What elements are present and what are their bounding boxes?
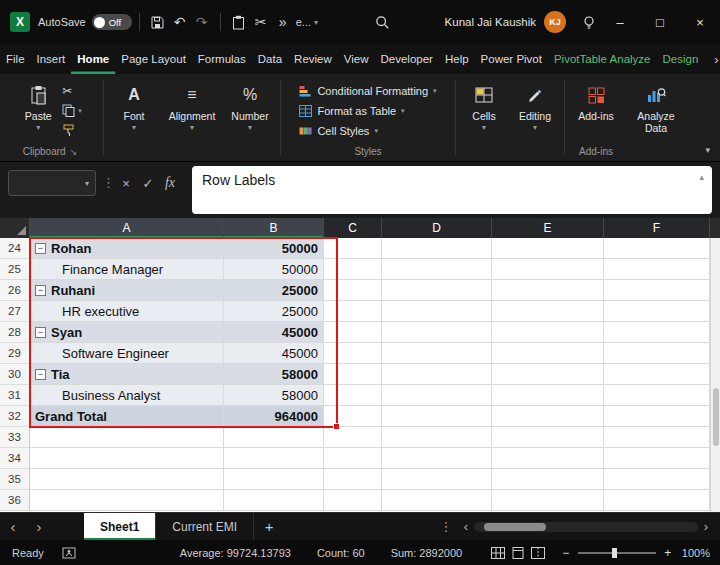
row-header-27[interactable]: 27 — [0, 301, 30, 322]
cell-b29[interactable]: 45000 — [224, 343, 324, 364]
cell-c27[interactable] — [324, 301, 382, 322]
collapse-icon[interactable]: − — [35, 369, 46, 380]
cell-d32[interactable] — [382, 406, 492, 427]
cell-f31[interactable] — [604, 385, 710, 406]
format-painter-button[interactable] — [62, 122, 82, 139]
cell-d35[interactable] — [382, 469, 492, 490]
cell-f25[interactable] — [604, 259, 710, 280]
cell-e25[interactable] — [492, 259, 604, 280]
cell-b28[interactable]: 45000 — [224, 322, 324, 343]
scroll-left-icon[interactable]: ‹ — [458, 519, 474, 534]
cell-c35[interactable] — [324, 469, 382, 490]
cell-a24[interactable]: −Rohan — [30, 238, 224, 259]
column-header-e[interactable]: E — [492, 218, 604, 238]
column-header-a[interactable]: A — [30, 218, 224, 238]
zoom-slider[interactable] — [578, 552, 656, 554]
cell-a36[interactable] — [30, 490, 224, 511]
menu-tab-view[interactable]: View — [338, 44, 375, 74]
cell-b33[interactable] — [224, 427, 324, 448]
cell-e30[interactable] — [492, 364, 604, 385]
row-header-32[interactable]: 32 — [0, 406, 30, 427]
cell-f32[interactable] — [604, 406, 710, 427]
row-header-33[interactable]: 33 — [0, 427, 30, 448]
add-sheet-icon[interactable]: + — [254, 513, 284, 540]
cell-f35[interactable] — [604, 469, 710, 490]
cell-e32[interactable] — [492, 406, 604, 427]
row-header-31[interactable]: 31 — [0, 385, 30, 406]
menu-tab-design[interactable]: Design — [657, 44, 705, 74]
cell-b34[interactable] — [224, 448, 324, 469]
menu-tab-data[interactable]: Data — [252, 44, 288, 74]
column-header-f[interactable]: F — [604, 218, 710, 238]
insert-function-button[interactable]: fx — [160, 172, 180, 194]
cell-c34[interactable] — [324, 448, 382, 469]
user-name[interactable]: Kunal Jai Kaushik — [445, 16, 536, 28]
format-as-table-button[interactable]: Format as Table ▾ — [299, 102, 404, 119]
cell-a29[interactable]: Software Engineer — [30, 343, 224, 364]
minimize-button[interactable]: – — [600, 0, 640, 44]
collapse-ribbon-icon[interactable]: ▾ — [705, 145, 710, 155]
cell-f33[interactable] — [604, 427, 710, 448]
cell-d33[interactable] — [382, 427, 492, 448]
more-tabs-icon[interactable]: › — [704, 44, 720, 74]
more-commands-icon[interactable]: » — [272, 8, 294, 36]
analyze-data-button[interactable]: Analyze Data — [625, 80, 687, 134]
collapse-icon[interactable]: − — [35, 327, 46, 338]
page-layout-view-icon[interactable] — [508, 544, 528, 562]
cell-d27[interactable] — [382, 301, 492, 322]
cell-f34[interactable] — [604, 448, 710, 469]
avatar[interactable]: KJ — [544, 11, 566, 33]
page-break-view-icon[interactable] — [528, 544, 548, 562]
menu-tab-review[interactable]: Review — [288, 44, 338, 74]
select-all-button[interactable] — [0, 218, 30, 238]
cut-icon[interactable]: ✂ — [250, 8, 272, 36]
sheet-nav-prev-icon[interactable]: ‹ — [0, 513, 26, 540]
horizontal-scrollbar-thumb[interactable] — [484, 523, 546, 531]
menu-tab-page-layout[interactable]: Page Layout — [115, 44, 192, 74]
row-header-36[interactable]: 36 — [0, 490, 30, 511]
cell-c26[interactable] — [324, 280, 382, 301]
row-header-30[interactable]: 30 — [0, 364, 30, 385]
copy-button[interactable]: ▾ — [62, 102, 82, 119]
cell-e26[interactable] — [492, 280, 604, 301]
cell-e36[interactable] — [492, 490, 604, 511]
paste-button[interactable]: Paste ▾ — [18, 80, 58, 132]
cell-b26[interactable]: 25000 — [224, 280, 324, 301]
menu-tab-insert[interactable]: Insert — [31, 44, 72, 74]
cell-f36[interactable] — [604, 490, 710, 511]
status-average[interactable]: Average: 99724.13793 — [180, 547, 291, 559]
cell-b25[interactable]: 50000 — [224, 259, 324, 280]
scroll-right-icon[interactable]: › — [698, 519, 714, 534]
editing-button[interactable]: Editing ▾ — [510, 80, 560, 132]
name-box[interactable]: ▾ — [8, 170, 96, 196]
cancel-button[interactable]: × — [116, 172, 136, 194]
cut-button[interactable]: ✂ — [62, 82, 82, 99]
column-header-b[interactable]: B — [224, 218, 324, 238]
undo-icon[interactable]: ↶ — [169, 8, 191, 36]
search-icon[interactable] — [371, 8, 393, 36]
cell-d25[interactable] — [382, 259, 492, 280]
row-header-28[interactable]: 28 — [0, 322, 30, 343]
row-header-34[interactable]: 34 — [0, 448, 30, 469]
cell-styles-button[interactable]: Cell Styles ▾ — [299, 122, 377, 139]
menu-tab-file[interactable]: File — [0, 44, 31, 74]
cell-b30[interactable]: 58000 — [224, 364, 324, 385]
collapse-formula-bar-icon[interactable]: ▴ — [699, 172, 704, 182]
cell-a35[interactable] — [30, 469, 224, 490]
sheet-tab-current-emi[interactable]: Current EMI — [155, 513, 254, 540]
menu-tab-pivottable-analyze[interactable]: PivotTable Analyze — [548, 44, 657, 74]
cell-a34[interactable] — [30, 448, 224, 469]
font-button[interactable]: A Font ▾ — [108, 80, 160, 132]
zoom-out-icon[interactable]: − — [558, 546, 574, 560]
cell-d30[interactable] — [382, 364, 492, 385]
zoom-percentage[interactable]: 100% — [682, 547, 710, 559]
status-sum[interactable]: Sum: 2892000 — [391, 547, 463, 559]
cell-c29[interactable] — [324, 343, 382, 364]
zoom-in-icon[interactable]: + — [660, 546, 676, 560]
formula-input[interactable]: Row Labels ▴ — [192, 166, 712, 214]
cell-d24[interactable] — [382, 238, 492, 259]
alignment-button[interactable]: ≡ Alignment ▾ — [161, 80, 223, 132]
cell-c33[interactable] — [324, 427, 382, 448]
clipboard-icon[interactable] — [228, 8, 250, 36]
addins-button[interactable]: Add-ins — [569, 80, 623, 122]
